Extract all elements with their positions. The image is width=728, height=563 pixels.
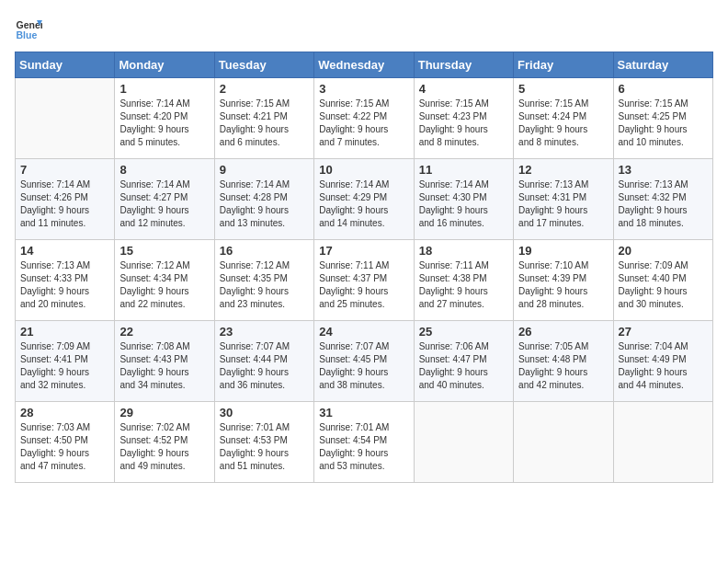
day-number: 17: [319, 244, 408, 258]
day-number: 2: [220, 82, 309, 96]
day-info: Sunrise: 7:04 AM Sunset: 4:49 PM Dayligh…: [619, 340, 708, 392]
calendar-cell: 24Sunrise: 7:07 AM Sunset: 4:45 PM Dayli…: [314, 321, 414, 402]
day-number: 11: [419, 163, 508, 177]
calendar-cell: 29Sunrise: 7:02 AM Sunset: 4:52 PM Dayli…: [115, 402, 214, 483]
day-info: Sunrise: 7:10 AM Sunset: 4:39 PM Dayligh…: [518, 259, 608, 311]
day-number: 16: [220, 244, 309, 258]
header: General Blue: [15, 15, 713, 42]
day-info: Sunrise: 7:14 AM Sunset: 4:29 PM Dayligh…: [319, 178, 408, 230]
calendar-cell: 8Sunrise: 7:14 AM Sunset: 4:27 PM Daylig…: [115, 159, 214, 240]
day-number: 21: [20, 325, 109, 339]
svg-text:Blue: Blue: [17, 29, 38, 40]
day-info: Sunrise: 7:14 AM Sunset: 4:28 PM Dayligh…: [220, 178, 309, 230]
day-info: Sunrise: 7:07 AM Sunset: 4:45 PM Dayligh…: [319, 340, 408, 392]
calendar-cell: 1Sunrise: 7:14 AM Sunset: 4:20 PM Daylig…: [115, 78, 214, 159]
calendar-cell: 11Sunrise: 7:14 AM Sunset: 4:30 PM Dayli…: [414, 159, 513, 240]
day-number: 8: [119, 163, 209, 177]
day-number: 18: [419, 244, 508, 258]
day-info: Sunrise: 7:15 AM Sunset: 4:24 PM Dayligh…: [518, 98, 608, 149]
header-cell-thursday: Thursday: [414, 52, 513, 78]
week-row-4: 21Sunrise: 7:09 AM Sunset: 4:41 PM Dayli…: [16, 321, 713, 402]
day-number: 27: [619, 325, 708, 339]
day-info: Sunrise: 7:01 AM Sunset: 4:54 PM Dayligh…: [319, 421, 408, 473]
calendar-cell: 18Sunrise: 7:11 AM Sunset: 4:38 PM Dayli…: [414, 240, 513, 321]
calendar-cell: 22Sunrise: 7:08 AM Sunset: 4:43 PM Dayli…: [115, 321, 214, 402]
calendar-cell: 17Sunrise: 7:11 AM Sunset: 4:37 PM Dayli…: [314, 240, 414, 321]
header-cell-saturday: Saturday: [613, 52, 712, 78]
day-number: 31: [319, 406, 408, 419]
day-number: 22: [119, 325, 209, 339]
calendar-cell: 3Sunrise: 7:15 AM Sunset: 4:22 PM Daylig…: [314, 78, 414, 159]
day-number: 6: [619, 82, 708, 96]
day-info: Sunrise: 7:13 AM Sunset: 4:33 PM Dayligh…: [20, 259, 109, 311]
calendar-cell: 7Sunrise: 7:14 AM Sunset: 4:26 PM Daylig…: [16, 159, 115, 240]
calendar-cell: 19Sunrise: 7:10 AM Sunset: 4:39 PM Dayli…: [514, 240, 613, 321]
day-info: Sunrise: 7:14 AM Sunset: 4:20 PM Dayligh…: [119, 98, 209, 149]
calendar-cell: 6Sunrise: 7:15 AM Sunset: 4:25 PM Daylig…: [613, 78, 712, 159]
header-cell-sunday: Sunday: [16, 52, 115, 78]
calendar-cell: 27Sunrise: 7:04 AM Sunset: 4:49 PM Dayli…: [613, 321, 712, 402]
calendar-cell: [613, 402, 712, 483]
day-info: Sunrise: 7:14 AM Sunset: 4:26 PM Dayligh…: [20, 178, 109, 230]
day-info: Sunrise: 7:15 AM Sunset: 4:23 PM Dayligh…: [419, 98, 508, 149]
week-row-5: 28Sunrise: 7:03 AM Sunset: 4:50 PM Dayli…: [16, 402, 713, 483]
calendar-cell: 10Sunrise: 7:14 AM Sunset: 4:29 PM Dayli…: [314, 159, 414, 240]
logo-icon: General Blue: [15, 15, 42, 42]
calendar-cell: 31Sunrise: 7:01 AM Sunset: 4:54 PM Dayli…: [314, 402, 414, 483]
day-info: Sunrise: 7:09 AM Sunset: 4:40 PM Dayligh…: [619, 259, 708, 311]
calendar-cell: 25Sunrise: 7:06 AM Sunset: 4:47 PM Dayli…: [414, 321, 513, 402]
day-number: 13: [619, 163, 708, 177]
calendar-cell: 2Sunrise: 7:15 AM Sunset: 4:21 PM Daylig…: [214, 78, 313, 159]
day-number: 1: [119, 82, 209, 96]
day-number: 19: [518, 244, 608, 258]
header-cell-friday: Friday: [514, 52, 613, 78]
day-number: 24: [319, 325, 408, 339]
calendar-table: SundayMondayTuesdayWednesdayThursdayFrid…: [15, 52, 713, 483]
day-info: Sunrise: 7:12 AM Sunset: 4:35 PM Dayligh…: [220, 259, 309, 311]
day-info: Sunrise: 7:12 AM Sunset: 4:34 PM Dayligh…: [119, 259, 209, 311]
day-info: Sunrise: 7:11 AM Sunset: 4:37 PM Dayligh…: [319, 259, 408, 311]
week-row-1: 1Sunrise: 7:14 AM Sunset: 4:20 PM Daylig…: [16, 78, 713, 159]
day-number: 23: [220, 325, 309, 339]
day-info: Sunrise: 7:06 AM Sunset: 4:47 PM Dayligh…: [419, 340, 508, 392]
day-info: Sunrise: 7:05 AM Sunset: 4:48 PM Dayligh…: [518, 340, 608, 392]
day-info: Sunrise: 7:01 AM Sunset: 4:53 PM Dayligh…: [220, 421, 309, 473]
day-info: Sunrise: 7:15 AM Sunset: 4:21 PM Dayligh…: [220, 98, 309, 149]
day-number: 10: [319, 163, 408, 177]
day-number: 26: [518, 325, 608, 339]
day-info: Sunrise: 7:03 AM Sunset: 4:50 PM Dayligh…: [20, 421, 109, 473]
header-cell-tuesday: Tuesday: [214, 52, 313, 78]
calendar-body: 1Sunrise: 7:14 AM Sunset: 4:20 PM Daylig…: [16, 78, 713, 483]
day-info: Sunrise: 7:07 AM Sunset: 4:44 PM Dayligh…: [220, 340, 309, 392]
day-number: 30: [220, 406, 309, 419]
day-info: Sunrise: 7:15 AM Sunset: 4:25 PM Dayligh…: [619, 98, 708, 149]
day-number: 5: [518, 82, 608, 96]
calendar-cell: 14Sunrise: 7:13 AM Sunset: 4:33 PM Dayli…: [16, 240, 115, 321]
calendar-cell: [16, 78, 115, 159]
week-row-2: 7Sunrise: 7:14 AM Sunset: 4:26 PM Daylig…: [16, 159, 713, 240]
day-info: Sunrise: 7:13 AM Sunset: 4:31 PM Dayligh…: [518, 178, 608, 230]
calendar-cell: 12Sunrise: 7:13 AM Sunset: 4:31 PM Dayli…: [514, 159, 613, 240]
day-number: 25: [419, 325, 508, 339]
calendar-cell: [514, 402, 613, 483]
header-cell-monday: Monday: [115, 52, 214, 78]
calendar-cell: 21Sunrise: 7:09 AM Sunset: 4:41 PM Dayli…: [16, 321, 115, 402]
calendar-cell: 20Sunrise: 7:09 AM Sunset: 4:40 PM Dayli…: [613, 240, 712, 321]
week-row-3: 14Sunrise: 7:13 AM Sunset: 4:33 PM Dayli…: [16, 240, 713, 321]
calendar-cell: 28Sunrise: 7:03 AM Sunset: 4:50 PM Dayli…: [16, 402, 115, 483]
calendar-cell: 13Sunrise: 7:13 AM Sunset: 4:32 PM Dayli…: [613, 159, 712, 240]
calendar-cell: 26Sunrise: 7:05 AM Sunset: 4:48 PM Dayli…: [514, 321, 613, 402]
day-number: 28: [20, 406, 109, 419]
day-info: Sunrise: 7:02 AM Sunset: 4:52 PM Dayligh…: [119, 421, 209, 473]
calendar-header-row: SundayMondayTuesdayWednesdayThursdayFrid…: [16, 52, 713, 78]
day-number: 3: [319, 82, 408, 96]
calendar-cell: 30Sunrise: 7:01 AM Sunset: 4:53 PM Dayli…: [214, 402, 313, 483]
day-number: 12: [518, 163, 608, 177]
day-info: Sunrise: 7:14 AM Sunset: 4:27 PM Dayligh…: [119, 178, 209, 230]
logo: General Blue: [15, 15, 46, 42]
day-number: 14: [20, 244, 109, 258]
day-info: Sunrise: 7:09 AM Sunset: 4:41 PM Dayligh…: [20, 340, 109, 392]
calendar-cell: 23Sunrise: 7:07 AM Sunset: 4:44 PM Dayli…: [214, 321, 313, 402]
calendar-cell: 5Sunrise: 7:15 AM Sunset: 4:24 PM Daylig…: [514, 78, 613, 159]
calendar-cell: 9Sunrise: 7:14 AM Sunset: 4:28 PM Daylig…: [214, 159, 313, 240]
